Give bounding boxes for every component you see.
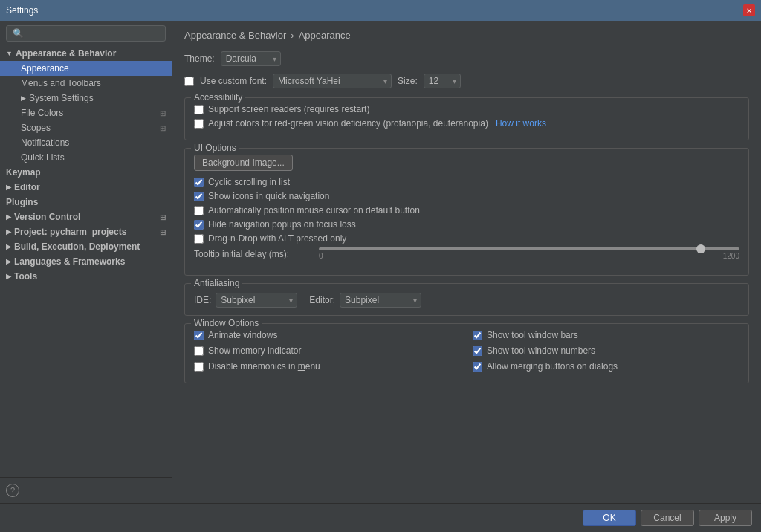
sidebar-item-menus-toolbars[interactable]: Menus and Toolbars bbox=[0, 76, 172, 91]
sidebar-item-system-settings[interactable]: ▶ System Settings bbox=[0, 91, 172, 106]
screen-readers-label: Support screen readers (requires restart… bbox=[208, 104, 369, 114]
show-memory-label: Show memory indicator bbox=[208, 346, 301, 356]
tooltip-delay-row: Tooltip initial delay (ms): 0 1200 bbox=[194, 247, 739, 260]
disable-mnemonics-label: Disable mnemonics in menu bbox=[208, 361, 320, 372]
drag-drop-label: Drag-n-Drop with ALT pressed only bbox=[208, 233, 346, 244]
how-it-works-link[interactable]: How it works bbox=[496, 118, 546, 129]
ide-aa-item: IDE: Subpixel Greyscale None bbox=[194, 293, 297, 308]
window-options-title: Window Options bbox=[191, 318, 262, 328]
show-memory-option[interactable]: Show memory indicator bbox=[194, 346, 461, 356]
font-size-select[interactable]: 12 10 11 13 14 bbox=[424, 74, 461, 88]
show-tool-bars-checkbox[interactable] bbox=[473, 331, 482, 340]
vc-icon: ⊞ bbox=[160, 213, 166, 221]
sidebar-item-scopes[interactable]: Scopes ⊞ bbox=[0, 120, 172, 135]
ide-aa-select[interactable]: Subpixel Greyscale None bbox=[216, 293, 297, 308]
sidebar-item-appearance[interactable]: Appearance bbox=[0, 61, 172, 76]
ui-options-section: UI Options Background Image... Cyclic sc… bbox=[184, 148, 749, 276]
sidebar-item-label: Keymap bbox=[6, 167, 41, 178]
animate-windows-label: Animate windows bbox=[208, 330, 277, 340]
cancel-button[interactable]: Cancel bbox=[641, 510, 694, 526]
sidebar-item-label: Tools bbox=[14, 271, 37, 282]
disable-mnemonics-option[interactable]: Disable mnemonics in menu bbox=[194, 361, 461, 372]
drag-drop-checkbox[interactable] bbox=[194, 234, 204, 244]
antialiasing-row: IDE: Subpixel Greyscale None Editor: Sub… bbox=[194, 293, 739, 308]
help-icon[interactable]: ? bbox=[6, 484, 19, 497]
sidebar: ▼ Appearance & Behavior Appearance Menus… bbox=[0, 21, 172, 503]
editor-aa-item: Editor: Subpixel Greyscale None bbox=[309, 293, 421, 308]
auto-position-checkbox[interactable] bbox=[194, 206, 204, 215]
drag-drop-option[interactable]: Drag-n-Drop with ALT pressed only bbox=[194, 233, 739, 244]
adjust-colors-label: Adjust colors for red-green vision defic… bbox=[208, 118, 488, 129]
apply-button[interactable]: Apply bbox=[699, 510, 752, 526]
allow-merging-option[interactable]: Allow merging buttons on dialogs bbox=[473, 361, 739, 372]
sidebar-help: ? bbox=[0, 477, 172, 503]
sidebar-item-editor[interactable]: ▶ Editor bbox=[0, 180, 172, 195]
sidebar-item-quick-lists[interactable]: Quick Lists bbox=[0, 150, 172, 165]
show-icons-checkbox[interactable] bbox=[194, 192, 204, 201]
search-input[interactable] bbox=[6, 25, 166, 42]
sidebar-item-plugins[interactable]: Plugins bbox=[0, 195, 172, 210]
tooltip-slider[interactable] bbox=[319, 247, 739, 250]
disable-mnemonics-checkbox[interactable] bbox=[194, 362, 204, 372]
expand-arrow-icon: ▶ bbox=[6, 243, 11, 250]
background-image-button[interactable]: Background Image... bbox=[194, 155, 293, 171]
sidebar-item-label: Scopes bbox=[21, 123, 51, 133]
cyclic-scrolling-checkbox[interactable] bbox=[194, 178, 204, 187]
font-select[interactable]: Microsoft YaHei bbox=[273, 74, 392, 88]
antialiasing-section: Antialiasing IDE: Subpixel Greyscale Non… bbox=[184, 283, 749, 316]
close-button[interactable]: ✕ bbox=[743, 4, 755, 16]
ok-button[interactable]: OK bbox=[583, 510, 636, 526]
expand-arrow-icon: ▶ bbox=[6, 213, 11, 221]
sidebar-item-build[interactable]: ▶ Build, Execution, Deployment bbox=[0, 239, 172, 254]
sidebar-item-label: Menus and Toolbars bbox=[21, 78, 101, 88]
cyclic-scrolling-option[interactable]: Cyclic scrolling in list bbox=[194, 177, 739, 187]
window-options-grid: Animate windows Show tool window bars Sh… bbox=[194, 330, 739, 375]
sidebar-item-file-colors[interactable]: File Colors ⊞ bbox=[0, 106, 172, 120]
ide-aa-select-wrap: Subpixel Greyscale None bbox=[216, 293, 297, 308]
screen-readers-option[interactable]: Support screen readers (requires restart… bbox=[194, 104, 739, 114]
content-area: Appearance & Behavior › Appearance Theme… bbox=[172, 21, 761, 503]
slider-max: 1200 bbox=[723, 252, 739, 260]
hide-nav-label: Hide navigation popups on focus loss bbox=[208, 219, 356, 230]
theme-select[interactable]: Darcula IntelliJ Windows bbox=[221, 51, 281, 66]
ui-options-title: UI Options bbox=[191, 143, 239, 153]
show-tool-bars-option[interactable]: Show tool window bars bbox=[473, 330, 739, 340]
hide-nav-checkbox[interactable] bbox=[194, 220, 204, 230]
sidebar-item-appearance-behavior[interactable]: ▼ Appearance & Behavior bbox=[0, 46, 172, 61]
hide-nav-option[interactable]: Hide navigation popups on focus loss bbox=[194, 219, 739, 230]
editor-aa-label: Editor: bbox=[309, 295, 335, 305]
sidebar-item-tools[interactable]: ▶ Tools bbox=[0, 269, 172, 284]
auto-position-label: Automatically position mouse cursor on d… bbox=[208, 205, 420, 215]
show-memory-checkbox[interactable] bbox=[194, 346, 204, 356]
auto-position-option[interactable]: Automatically position mouse cursor on d… bbox=[194, 205, 739, 215]
adjust-colors-option[interactable]: Adjust colors for red-green vision defic… bbox=[194, 118, 739, 129]
adjust-colors-checkbox[interactable] bbox=[194, 119, 204, 129]
allow-merging-checkbox[interactable] bbox=[473, 362, 482, 372]
sidebar-item-label: Plugins bbox=[6, 197, 38, 207]
title-bar: Settings ✕ bbox=[0, 0, 761, 21]
sidebar-item-keymap[interactable]: Keymap bbox=[0, 165, 172, 180]
expand-arrow-icon: ▶ bbox=[6, 258, 11, 265]
window-options-section: Window Options Animate windows Show tool… bbox=[184, 323, 749, 383]
breadcrumb: Appearance & Behavior › Appearance bbox=[184, 30, 749, 41]
sidebar-item-languages[interactable]: ▶ Languages & Frameworks bbox=[0, 254, 172, 269]
screen-readers-checkbox[interactable] bbox=[194, 105, 204, 114]
show-tool-numbers-checkbox[interactable] bbox=[473, 346, 482, 356]
animate-windows-checkbox[interactable] bbox=[194, 331, 204, 340]
expand-arrow-icon: ▶ bbox=[6, 184, 11, 191]
show-icons-option[interactable]: Show icons in quick navigation bbox=[194, 191, 739, 201]
sidebar-item-version-control[interactable]: ▶ Version Control ⊞ bbox=[0, 210, 172, 224]
custom-font-checkbox[interactable] bbox=[184, 77, 194, 86]
animate-windows-option[interactable]: Animate windows bbox=[194, 330, 461, 340]
show-tool-numbers-option[interactable]: Show tool window numbers bbox=[473, 346, 739, 356]
custom-font-label: Use custom font: bbox=[200, 76, 267, 86]
sidebar-item-label: Version Control bbox=[14, 212, 80, 222]
sidebar-item-notifications[interactable]: Notifications bbox=[0, 135, 172, 150]
editor-aa-select[interactable]: Subpixel Greyscale None bbox=[340, 293, 421, 308]
sidebar-item-label: File Colors bbox=[21, 108, 63, 118]
show-tool-bars-label: Show tool window bars bbox=[487, 330, 578, 340]
sidebar-item-project[interactable]: ▶ Project: pycharm_projects ⊞ bbox=[0, 224, 172, 239]
slider-ticks: 0 1200 bbox=[319, 252, 739, 260]
size-select-wrap: 12 10 11 13 14 bbox=[424, 74, 461, 88]
ide-aa-label: IDE: bbox=[194, 295, 211, 305]
